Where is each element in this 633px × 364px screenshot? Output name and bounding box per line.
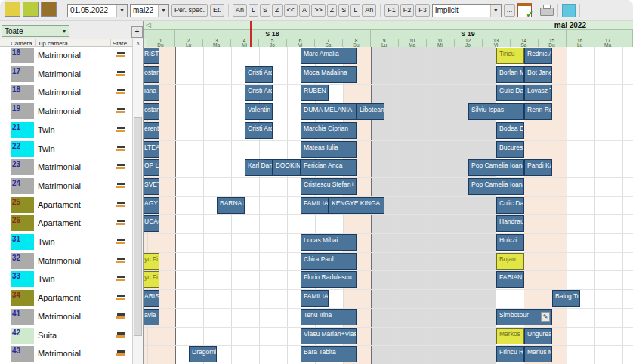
nav-button-2[interactable]: S: [260, 4, 270, 17]
room-row-33[interactable]: 33Twin: [0, 270, 132, 289]
reservation-block[interactable]: Cristi Ard: [245, 122, 273, 139]
room-row-34[interactable]: 34Apartament: [0, 289, 132, 308]
chevron-down-icon[interactable]: ▾: [158, 5, 168, 17]
reservation-block[interactable]: ARIS: [144, 290, 159, 307]
reservation-block[interactable]: Valentin M: [245, 103, 273, 120]
reservation-block[interactable]: ostar: [144, 103, 159, 120]
reservation-block[interactable]: Simbotour✎: [496, 309, 552, 325]
reservation-block[interactable]: Balog Tun: [552, 290, 580, 307]
reservation-block[interactable]: UCAC: [144, 215, 159, 232]
room-number-cell[interactable]: 24: [11, 178, 34, 194]
reservation-block[interactable]: BOOKING: [273, 159, 301, 176]
brown-swatch[interactable]: [41, 2, 57, 17]
reservation-block[interactable]: Chira Paul: [301, 253, 357, 270]
reservation-block[interactable]: Bojan: [496, 253, 524, 270]
f-button-f1[interactable]: F1: [384, 4, 399, 17]
note-icon[interactable]: ✎: [541, 312, 550, 322]
reservation-block[interactable]: Culic Dani: [496, 197, 524, 214]
room-list-scrollbar[interactable]: ∧: [132, 39, 143, 364]
room-row-43[interactable]: 43Matrimonial: [0, 345, 132, 364]
month-select[interactable]: mai22 ▾: [130, 4, 169, 17]
reservation-block[interactable]: Ferician Anca: [301, 159, 357, 176]
room-row-42[interactable]: 42Suita: [0, 327, 132, 346]
reservation-block[interactable]: Lovasz Te: [524, 85, 552, 101]
room-number-cell[interactable]: 22: [11, 141, 34, 157]
reservation-block[interactable]: LTEA: [144, 141, 159, 158]
more-button[interactable]: ...: [504, 4, 516, 17]
reservation-block[interactable]: OP LA: [144, 159, 159, 176]
room-row-23[interactable]: 23Matrimonial: [0, 159, 132, 177]
day-header-17[interactable]: 17Ma: [594, 39, 622, 47]
reservation-block[interactable]: Cristi Ard: [245, 66, 273, 83]
reservation-block[interactable]: Viasu Marian+Viasu: [301, 328, 357, 344]
reservation-block[interactable]: yc Fi: [144, 271, 159, 288]
room-number-cell[interactable]: 18: [11, 85, 34, 100]
reservation-block[interactable]: BARNA K: [217, 197, 245, 214]
reservation-block[interactable]: avia: [144, 309, 159, 325]
reservation-block[interactable]: AGY: [144, 197, 159, 214]
room-row-25[interactable]: 25Apartament: [0, 196, 132, 215]
reservation-block[interactable]: Holczi: [496, 234, 524, 251]
reservation-block[interactable]: FAMILIA D: [301, 197, 329, 214]
reservation-block[interactable]: FABIAN: [496, 271, 524, 288]
f-button-f3[interactable]: F3: [415, 4, 430, 17]
day-header-7[interactable]: 7Sa: [315, 39, 343, 47]
room-number-cell[interactable]: 34: [11, 290, 34, 306]
reservation-block[interactable]: Tincu: [496, 48, 524, 64]
reservation-block[interactable]: Moca Madalina: [301, 66, 357, 83]
nav-button-8[interactable]: S: [338, 4, 349, 17]
room-number-cell[interactable]: 21: [11, 122, 34, 138]
room-row-18[interactable]: 18Matrimonial: [0, 84, 132, 103]
green-swatch[interactable]: [23, 2, 39, 17]
room-filter-select[interactable]: Toate ▾: [2, 25, 69, 37]
reservation-block[interactable]: Bodea Da: [496, 122, 524, 139]
day-header-3[interactable]: 3Ma: [203, 39, 231, 47]
room-number-cell[interactable]: 41: [11, 309, 34, 325]
view-select[interactable]: Implicit ▾: [432, 4, 502, 17]
nav-button-6[interactable]: >>: [311, 4, 326, 17]
room-number-cell[interactable]: 25: [11, 197, 34, 213]
reservation-block[interactable]: Marius Mo: [524, 346, 552, 362]
reservation-block[interactable]: RISTE: [144, 48, 159, 64]
scroll-left-icon[interactable]: ◁: [146, 21, 151, 29]
room-number-cell[interactable]: 43: [11, 346, 34, 362]
room-row-17[interactable]: 17Matrimonial: [0, 66, 132, 85]
nav-button-3[interactable]: Z: [272, 4, 283, 17]
room-row-19[interactable]: 19Matrimonial: [0, 103, 132, 122]
reservation-block[interactable]: SVET: [144, 178, 159, 195]
room-row-32[interactable]: 32Matrimonial: [0, 252, 132, 271]
day-header-16[interactable]: 16Lu: [567, 39, 594, 47]
day-header-5[interactable]: 5Jo: [259, 39, 287, 47]
day-header-9[interactable]: 9Lu: [371, 39, 399, 47]
reservation-grid[interactable]: RISTEMarc AmaliaTincuRednic AdostarCrist…: [144, 47, 633, 364]
day-header-10[interactable]: 10Ma: [399, 39, 427, 47]
reservation-block[interactable]: iana: [144, 85, 159, 101]
room-number-cell[interactable]: 26: [11, 215, 34, 231]
reservation-block[interactable]: Pop Camelia Ioana: [468, 159, 524, 176]
chevron-down-icon[interactable]: ▾: [490, 5, 501, 17]
nav-button-0[interactable]: An: [233, 4, 247, 17]
room-number-cell[interactable]: 42: [11, 328, 34, 344]
reservation-block[interactable]: Culic Dani: [496, 85, 524, 101]
room-row-16[interactable]: 16Matrimonial: [0, 47, 132, 66]
room-number-cell[interactable]: 31: [11, 234, 34, 250]
reservation-block[interactable]: Ungurean: [524, 328, 552, 344]
reservation-block[interactable]: ostar: [144, 66, 159, 83]
reservation-block[interactable]: Rednic Ad: [524, 48, 552, 64]
reservation-block[interactable]: Markos T: [496, 328, 524, 344]
reservation-block[interactable]: KENGYE KINGA: [329, 197, 384, 214]
room-number-cell[interactable]: 16: [11, 48, 34, 63]
nav-button-9[interactable]: L: [350, 4, 360, 17]
room-number-cell[interactable]: 19: [11, 103, 34, 119]
room-number-cell[interactable]: 32: [11, 253, 34, 269]
nav-button-4[interactable]: <<: [284, 4, 298, 17]
reservation-block[interactable]: Silviu Ispas: [468, 103, 524, 120]
reservation-block[interactable]: Frincu Ra: [496, 346, 524, 362]
reservation-block[interactable]: Tenu Irina: [301, 309, 357, 325]
day-header-8[interactable]: 8Du: [343, 39, 371, 47]
room-row-24[interactable]: 24Matrimonial: [0, 177, 132, 196]
etaj-button[interactable]: Et.: [210, 4, 224, 17]
nav-button-7[interactable]: Z: [327, 4, 338, 17]
day-header-15[interactable]: 15Du: [539, 39, 567, 47]
day-header-1[interactable]: 1Du: [147, 39, 175, 47]
